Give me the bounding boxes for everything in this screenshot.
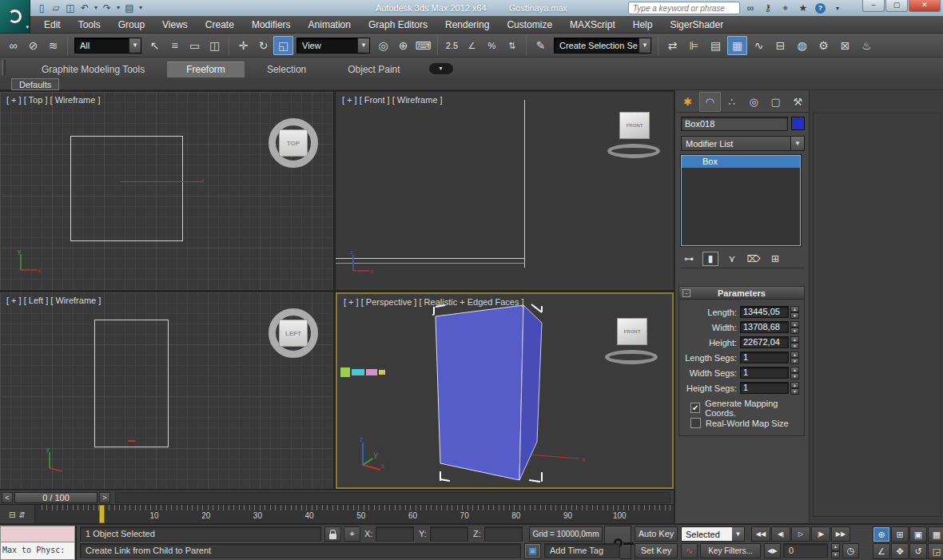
menu-item[interactable]: Tools: [70, 16, 109, 34]
select-and-move-icon[interactable]: ✛: [233, 36, 253, 55]
time-slider-track[interactable]: [115, 492, 670, 503]
next-frame-arrow[interactable]: >: [99, 492, 110, 503]
render-production-icon[interactable]: ♨: [857, 36, 877, 55]
listener-script-row[interactable]: Max to Physc:: [0, 542, 75, 560]
spinner-control[interactable]: ▲▼: [790, 321, 799, 333]
zoom-button[interactable]: ⊕: [873, 526, 890, 542]
width-field[interactable]: 13708,68: [740, 321, 789, 333]
utilities-tab-icon[interactable]: ⚒: [787, 92, 810, 112]
track-bar-ruler[interactable]: 0102030405060708090100: [35, 505, 674, 524]
hierarchy-tab-icon[interactable]: ∴: [721, 92, 743, 112]
menu-item[interactable]: Modifiers: [243, 16, 300, 34]
ribbon-minimize-dropdown[interactable]: ▾: [429, 63, 453, 74]
menu-item[interactable]: Animation: [300, 16, 360, 34]
menu-item[interactable]: Rendering: [436, 16, 498, 34]
go-to-start-button[interactable]: ◀◀: [751, 526, 770, 542]
spinner-control[interactable]: ▲▼: [790, 306, 799, 318]
communication-center-icon[interactable]: ⌖: [780, 2, 791, 14]
minimize-button[interactable]: –: [862, 0, 885, 12]
selection-lock-toggle[interactable]: [324, 526, 341, 542]
time-slider-handle[interactable]: 0 / 100: [14, 492, 97, 503]
pan-button[interactable]: ✥: [891, 543, 909, 559]
menu-item[interactable]: Create: [197, 16, 243, 34]
ribbon-defaults-panel-tab[interactable]: Defaults: [11, 78, 59, 90]
set-key-button[interactable]: Set Key: [635, 543, 678, 558]
viewport-perspective-label[interactable]: [ + ] [ Perspective ] [ Realistic + Edge…: [344, 297, 524, 307]
orbit-button[interactable]: ↺: [909, 543, 927, 559]
unlink-selection-icon[interactable]: ⊘: [23, 36, 43, 55]
ribbon-toggle-icon[interactable]: ▦: [727, 36, 747, 55]
time-configuration-button[interactable]: ◷: [842, 543, 859, 558]
select-and-rotate-icon[interactable]: ↻: [253, 36, 273, 55]
render-setup-icon[interactable]: ⚙: [814, 36, 834, 55]
spinner-control[interactable]: ▲▼: [790, 351, 799, 363]
go-to-end-button[interactable]: ▶▶: [831, 526, 850, 542]
mirror-icon[interactable]: ⇄: [662, 36, 682, 55]
z-coord-field[interactable]: [484, 526, 523, 542]
infocenter-search-input[interactable]: Type a keyword or phrase: [628, 2, 740, 14]
keyboard-override-icon[interactable]: ⌨: [413, 36, 433, 55]
rendered-frame-icon[interactable]: ⊠: [835, 36, 855, 55]
menu-item[interactable]: Views: [153, 16, 197, 34]
y-coord-field[interactable]: [430, 526, 468, 542]
make-unique-icon[interactable]: ⋎: [724, 252, 740, 266]
menu-item[interactable]: Group: [109, 16, 153, 34]
schematic-view-icon[interactable]: ⊟: [770, 36, 790, 55]
spinner-control[interactable]: ▲▼: [790, 367, 799, 379]
ribbon-grip-handle[interactable]: [2, 60, 6, 75]
height-field[interactable]: 22672,04: [740, 336, 789, 348]
viewport-top-label[interactable]: [ + ] [ Top ] [ Wireframe ]: [6, 95, 100, 105]
remove-modifier-icon[interactable]: ⌦: [746, 252, 762, 266]
distant-scene-objects[interactable]: [340, 367, 385, 377]
previous-frame-button[interactable]: ◀|: [771, 526, 790, 542]
viewport-left[interactable]: [ + ] [ Left ] [ Wireframe ] y LEFT: [0, 292, 333, 489]
box-object-left-view[interactable]: [94, 320, 169, 447]
subscription-center-icon[interactable]: ⚷: [762, 2, 774, 14]
viewport-top[interactable]: [ + ] [ Top ] [ Wireframe ] › y x TOP: [0, 92, 333, 290]
infocenter-search-icon[interactable]: ∞: [745, 2, 756, 14]
spinner-control[interactable]: ▲▼: [790, 336, 799, 348]
viewport-front-label[interactable]: [ + ] [ Front ] [ Wireframe ]: [342, 95, 443, 105]
align-icon[interactable]: ⊫: [684, 36, 704, 55]
reference-coordinate-dropdown[interactable]: View▼: [296, 38, 370, 54]
viewcube-left[interactable]: LEFT: [269, 308, 318, 358]
maximize-button[interactable]: ▢: [885, 0, 908, 12]
rect-selection-region-icon[interactable]: ▭: [185, 36, 205, 55]
object-color-swatch[interactable]: [791, 117, 805, 130]
percent-snap-icon[interactable]: %: [482, 36, 502, 55]
default-in-out-tangents-icon[interactable]: ∿: [681, 543, 698, 558]
tab-graphite-modeling-tools[interactable]: Graphite Modeling Tools: [22, 62, 164, 77]
absolute-relative-transform-toggle[interactable]: ⌖: [344, 526, 360, 542]
close-button[interactable]: ✕: [909, 0, 941, 12]
select-and-manipulate-icon[interactable]: ⊕: [393, 36, 413, 55]
menu-item[interactable]: SigerShader: [661, 16, 732, 34]
display-tab-icon[interactable]: ▢: [765, 92, 787, 112]
snaps-toggle-icon[interactable]: 2.5: [442, 36, 462, 55]
scene-explorer-icon[interactable]: ▣: [524, 543, 541, 558]
manage-layers-icon[interactable]: ▤: [706, 36, 726, 55]
help-icon[interactable]: ?: [815, 3, 826, 14]
real-world-map-size-checkbox[interactable]: [690, 418, 701, 428]
select-object-icon[interactable]: ↖: [145, 36, 165, 55]
box-object[interactable]: [436, 305, 542, 480]
menu-item[interactable]: Help: [624, 16, 662, 34]
add-time-tag-button[interactable]: Add Time Tag: [544, 543, 620, 558]
menu-item[interactable]: Edit: [35, 16, 70, 34]
previous-frame-arrow[interactable]: <: [2, 492, 13, 503]
maxscript-mini-listener[interactable]: Max to Physc:: [0, 526, 77, 560]
select-and-scale-icon[interactable]: ◱: [273, 36, 293, 55]
viewport-perspective[interactable]: [ + ] [ Perspective ] [ Realistic + Edge…: [336, 292, 674, 489]
motion-tab-icon[interactable]: ◎: [743, 92, 766, 112]
material-editor-icon[interactable]: ◍: [792, 36, 812, 55]
pin-stack-icon[interactable]: ⊶: [681, 252, 697, 266]
next-frame-button[interactable]: |▶: [811, 526, 830, 542]
modify-tab-icon[interactable]: ◠: [699, 92, 722, 112]
zoom-all-button[interactable]: ⊞: [891, 526, 909, 542]
viewport-front[interactable]: [ + ] [ Front ] [ Wireframe ] z x FRONT: [336, 92, 674, 290]
show-end-result-icon[interactable]: ▮: [702, 252, 718, 266]
create-tab-icon[interactable]: ✱: [677, 92, 699, 112]
parameters-rollout-header[interactable]: - Parameters: [679, 287, 804, 300]
key-filters-button[interactable]: Key Filters...: [700, 543, 761, 558]
frame-spinner[interactable]: ▲▼: [831, 543, 840, 558]
length-field[interactable]: 13445,05: [740, 306, 789, 318]
